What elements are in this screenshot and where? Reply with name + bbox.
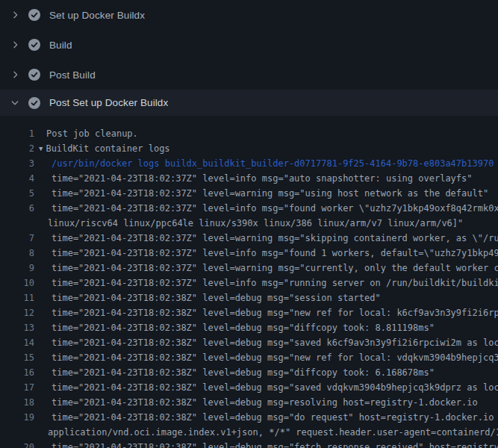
log-line: 13time="2021-04-23T18:02:38Z" level=debu… [0, 320, 498, 335]
chevron-right-icon[interactable] [9, 69, 21, 81]
line-number-link[interactable]: 1 [0, 126, 34, 141]
log-text: time="2021-04-23T18:02:37Z" level=info m… [34, 201, 498, 216]
line-number-link[interactable]: 7 [0, 231, 34, 246]
step-header-post-build[interactable]: Post Build [0, 60, 498, 90]
log-line: 16time="2021-04-23T18:02:38Z" level=debu… [0, 365, 498, 380]
line-number-link [0, 216, 34, 231]
actions-log-viewer: Set up Docker BuildxBuildPost BuildPost … [0, 0, 498, 448]
log-line: 17time="2021-04-23T18:02:38Z" level=debu… [0, 380, 498, 395]
log-line: 12time="2021-04-23T18:02:38Z" level=debu… [0, 305, 498, 320]
log-text: time="2021-04-23T18:02:37Z" level=info m… [34, 276, 498, 290]
line-number-link[interactable]: 19 [0, 410, 34, 425]
log-line: 11time="2021-04-23T18:02:38Z" level=debu… [0, 290, 498, 305]
line-number-link[interactable]: 10 [0, 276, 34, 290]
log-line: 14time="2021-04-23T18:02:38Z" level=debu… [0, 335, 498, 350]
line-number-link[interactable]: 13 [0, 320, 34, 335]
log-text: time="2021-04-23T18:02:38Z" level=debug … [34, 440, 498, 448]
log-container: 1Post job cleanup.2▼BuildKit container l… [0, 116, 498, 448]
line-number-link[interactable]: 20 [0, 440, 34, 448]
line-number-link[interactable]: 16 [0, 365, 34, 380]
step-label: Build [49, 40, 72, 51]
line-number-link[interactable]: 5 [0, 186, 34, 201]
line-number-link[interactable]: 6 [0, 201, 34, 216]
log-text: time="2021-04-23T18:02:38Z" level=debug … [34, 305, 498, 320]
log-text: time="2021-04-23T18:02:38Z" level=debug … [34, 395, 478, 410]
log-text: time="2021-04-23T18:02:38Z" level=debug … [34, 380, 498, 395]
log-text: time="2021-04-23T18:02:37Z" level=warnin… [34, 186, 488, 201]
log-text: time="2021-04-23T18:02:38Z" level=debug … [34, 365, 435, 380]
line-number-link[interactable]: 11 [0, 290, 34, 305]
log-text: time="2021-04-23T18:02:38Z" level=debug … [34, 290, 381, 305]
log-line: 2▼BuildKit container logs [0, 141, 498, 156]
log-line: 20time="2021-04-23T18:02:38Z" level=debu… [0, 440, 498, 448]
log-line-continuation: linux/riscv64 linux/ppc64le linux/s390x … [0, 216, 498, 231]
chevron-right-icon[interactable] [9, 9, 21, 21]
log-line: 6time="2021-04-23T18:02:37Z" level=info … [0, 201, 498, 216]
step-header-post-set-up-docker-buildx[interactable]: Post Set up Docker Buildx [0, 90, 498, 116]
command-text: /usr/bin/docker logs buildx_buildkit_bui… [34, 156, 494, 171]
line-number-link[interactable]: 15 [0, 350, 34, 365]
log-line: 18time="2021-04-23T18:02:38Z" level=debu… [0, 395, 498, 410]
log-text: Post job cleanup. [34, 126, 138, 141]
check-circle-icon [28, 97, 40, 109]
chevron-down-icon[interactable] [9, 97, 21, 109]
log-line: 10time="2021-04-23T18:02:37Z" level=info… [0, 276, 498, 290]
line-number-link[interactable]: 9 [0, 261, 34, 276]
log-line-continuation: application/vnd.oci.image.index.v1+json,… [0, 425, 498, 440]
log-line: 15time="2021-04-23T18:02:38Z" level=debu… [0, 350, 498, 365]
step-label: Post Set up Docker Buildx [49, 97, 168, 108]
step-header-build[interactable]: Build [0, 30, 498, 60]
collapse-group-icon[interactable]: ▼ [34, 141, 43, 156]
log-text: time="2021-04-23T18:02:38Z" level=debug … [34, 350, 498, 365]
log-text: BuildKit container logs [43, 141, 169, 156]
line-number-link[interactable]: 2 [0, 141, 34, 156]
line-number-link[interactable]: 4 [0, 171, 34, 186]
line-number-link[interactable]: 8 [0, 246, 34, 261]
log-line: 19time="2021-04-23T18:02:38Z" level=debu… [0, 410, 498, 425]
line-number-link[interactable]: 12 [0, 305, 34, 320]
check-circle-icon [28, 69, 40, 81]
steps-list: Set up Docker BuildxBuildPost BuildPost … [0, 0, 498, 116]
log-line: 9time="2021-04-23T18:02:37Z" level=warni… [0, 261, 498, 276]
check-circle-icon [28, 39, 40, 51]
line-number-link[interactable]: 18 [0, 395, 34, 410]
log-text: linux/riscv64 linux/ppc64le linux/s390x … [34, 216, 463, 231]
line-number-link[interactable]: 14 [0, 335, 34, 350]
log-line: 3/usr/bin/docker logs buildx_buildkit_bu… [0, 156, 498, 171]
log-text: time="2021-04-23T18:02:37Z" level=info m… [34, 246, 498, 261]
step-label: Set up Docker Buildx [49, 10, 145, 21]
log-text: time="2021-04-23T18:02:37Z" level=warnin… [34, 261, 498, 276]
log-text: time="2021-04-23T18:02:38Z" level=debug … [34, 320, 435, 335]
log-line: 7time="2021-04-23T18:02:37Z" level=warni… [0, 231, 498, 246]
step-header-set-up-docker-buildx[interactable]: Set up Docker Buildx [0, 0, 498, 30]
log-line: 5time="2021-04-23T18:02:37Z" level=warni… [0, 186, 498, 201]
line-number-link [0, 425, 34, 440]
line-number-link[interactable]: 17 [0, 380, 34, 395]
log-text: time="2021-04-23T18:02:38Z" level=debug … [34, 410, 498, 425]
log-line: 4time="2021-04-23T18:02:37Z" level=info … [0, 171, 498, 186]
log-line: 8time="2021-04-23T18:02:37Z" level=info … [0, 246, 498, 261]
check-circle-icon [28, 9, 40, 21]
log-text: time="2021-04-23T18:02:37Z" level=warnin… [34, 231, 498, 246]
log-text: time="2021-04-23T18:02:37Z" level=info m… [34, 171, 473, 186]
chevron-right-icon[interactable] [9, 39, 21, 51]
log-line: 1Post job cleanup. [0, 126, 498, 141]
step-label: Post Build [49, 69, 96, 81]
log-text: application/vnd.oci.image.index.v1+json,… [34, 425, 498, 440]
line-number-link[interactable]: 3 [0, 156, 34, 171]
log-text: time="2021-04-23T18:02:38Z" level=debug … [34, 335, 498, 350]
